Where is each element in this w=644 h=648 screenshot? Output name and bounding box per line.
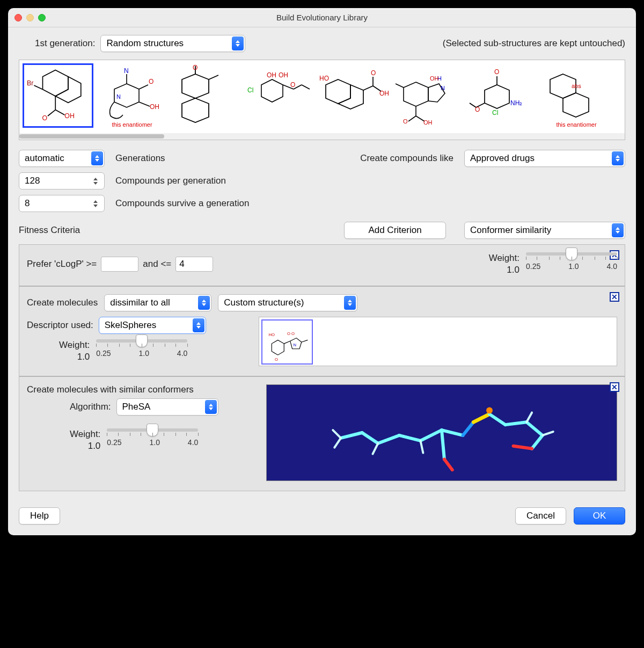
weight-control: Weight: 1.0: [489, 252, 617, 276]
scrollbar-thumb[interactable]: [19, 134, 164, 139]
svg-line-2: [34, 85, 42, 90]
weight-value: 1.0: [489, 264, 519, 276]
chevron-updown-icon: [612, 223, 624, 237]
weight-label: Weight:: [489, 252, 519, 264]
svg-text:O: O: [371, 69, 376, 77]
svg-marker-1: [55, 77, 81, 103]
conformer-3d-viewer[interactable]: [266, 384, 617, 481]
svg-line-82: [444, 460, 452, 470]
svg-line-41: [408, 116, 416, 121]
descriptor-select[interactable]: SkelSpheres: [99, 317, 206, 334]
cancel-button[interactable]: Cancel: [515, 507, 566, 525]
criterion-type-select[interactable]: Conformer similarity: [464, 222, 625, 239]
survive-label: Compounds survive a generation: [115, 198, 249, 209]
clogp-min-input[interactable]: [101, 257, 138, 272]
structure-gallery[interactable]: Br O OH N O: [19, 60, 625, 140]
svg-line-80: [514, 446, 532, 449]
svg-text:N: N: [441, 85, 445, 91]
similarity-source-select[interactable]: Custom structure(s): [218, 294, 357, 311]
gallery-scrollbar[interactable]: [19, 133, 625, 140]
structure-thumbnail[interactable]: HO O OH: [319, 63, 390, 128]
svg-line-79: [532, 435, 543, 449]
weight-value: 1.0: [59, 351, 90, 363]
structure-thumbnail[interactable]: Br O OH: [23, 63, 93, 128]
svg-text:N: N: [116, 93, 121, 100]
conformer-create-label: Create molecules with similar conformers: [27, 384, 258, 395]
svg-line-85: [372, 443, 378, 454]
svg-marker-18: [182, 98, 209, 122]
structure-thumbnail[interactable]: H N OH O OH: [393, 63, 464, 128]
structure-thumbnail[interactable]: Cl OH OH O: [245, 63, 316, 128]
svg-point-89: [486, 407, 493, 414]
svg-text:Br: Br: [27, 79, 33, 87]
tick-min: 0.25: [526, 262, 540, 271]
fitness-heading: Fitness Criteria: [19, 225, 80, 236]
params-row-3: 8 Compounds survive a generation: [19, 195, 625, 212]
weight-label: Weight:: [59, 339, 90, 351]
svg-line-69: [362, 433, 378, 443]
chevron-updown-icon: [198, 296, 210, 310]
structure-thumbnail[interactable]: O O Cl NH₂: [467, 63, 538, 128]
generations-label: Generations: [115, 153, 165, 164]
structure-thumbnail[interactable]: N O OH N this enantiomer: [97, 63, 167, 128]
reference-structure-box[interactable]: HO O O N O: [259, 317, 617, 366]
close-icon[interactable]: ✕: [610, 382, 619, 392]
svg-line-4: [48, 110, 55, 116]
svg-line-78: [526, 422, 543, 435]
svg-text:OH: OH: [430, 75, 439, 82]
add-criterion-button[interactable]: Add Criterion: [344, 222, 446, 239]
svg-text:NH₂: NH₂: [510, 99, 522, 107]
first-generation-select[interactable]: Random structures: [100, 35, 245, 52]
svg-line-74: [463, 422, 474, 435]
chevron-updown-icon: [612, 151, 624, 165]
svg-text:O: O: [42, 114, 48, 122]
criterion-conformer: ✕ Create molecules with similar conforme…: [19, 377, 625, 491]
clogp-max-input[interactable]: 4: [175, 257, 213, 272]
svg-text:O: O: [275, 357, 278, 362]
svg-line-87: [526, 413, 532, 423]
compounds-per-gen-input[interactable]: 128: [19, 172, 105, 190]
descriptor-value: SkelSpheres: [99, 317, 206, 334]
generations-select[interactable]: automatic: [19, 150, 105, 167]
svg-marker-31: [338, 85, 363, 109]
algorithm-select[interactable]: PheSA: [116, 398, 218, 416]
enantiomer-caption: this enantiomer: [541, 121, 612, 128]
create-molecules-label: Create molecules: [27, 297, 98, 308]
svg-line-75: [473, 414, 489, 423]
window-title: Build Evolutionary Library: [8, 13, 636, 22]
survive-value: 8: [25, 198, 30, 209]
svg-line-70: [378, 435, 399, 443]
svg-line-84: [334, 438, 341, 448]
chevron-updown-icon: [232, 37, 244, 50]
similarity-mode-select[interactable]: dissimilar to all: [104, 294, 211, 311]
help-button[interactable]: Help: [19, 507, 60, 525]
svg-line-86: [420, 441, 423, 453]
weight-control: Weight: 1.0: [59, 339, 252, 363]
svg-text:OH: OH: [150, 103, 159, 111]
svg-text:O: O: [475, 106, 480, 113]
first-generation-value: Random structures: [100, 35, 245, 52]
chevron-updown-icon: [205, 400, 217, 414]
structure-thumbnail[interactable]: O: [171, 63, 241, 128]
svg-text:O: O: [193, 64, 197, 71]
criteria-panel: ✕ Prefer 'cLogP' >= and <= 4 Weight: 1.0: [19, 244, 625, 491]
weight-slider[interactable]: [107, 428, 198, 432]
compounds-like-label: Create compounds like: [360, 153, 453, 164]
weight-slider[interactable]: [526, 252, 617, 256]
compounds-like-select[interactable]: Approved drugs: [464, 150, 625, 167]
dialog-footer: Help Cancel OK: [19, 507, 625, 525]
svg-line-19: [209, 75, 218, 79]
survive-input[interactable]: 8: [19, 195, 105, 212]
criterion-type-value: Conformer similarity: [464, 222, 625, 239]
criterion-similarity: ✕ Create molecules dissimilar to all Cus…: [19, 287, 625, 377]
svg-text:O O: O O: [287, 331, 295, 336]
ok-button[interactable]: OK: [574, 507, 625, 525]
criterion-clogp: ✕ Prefer 'cLogP' >= and <= 4 Weight: 1.0: [19, 245, 625, 287]
reference-structure-thumb[interactable]: HO O O N O: [261, 319, 313, 365]
weight-slider[interactable]: [96, 339, 187, 343]
close-icon[interactable]: ✕: [610, 292, 619, 302]
svg-marker-38: [404, 82, 428, 106]
structure-thumbnail[interactable]: abs this enantiomer: [541, 63, 612, 128]
svg-line-63: [302, 340, 308, 342]
svg-text:Cl: Cl: [492, 109, 498, 117]
